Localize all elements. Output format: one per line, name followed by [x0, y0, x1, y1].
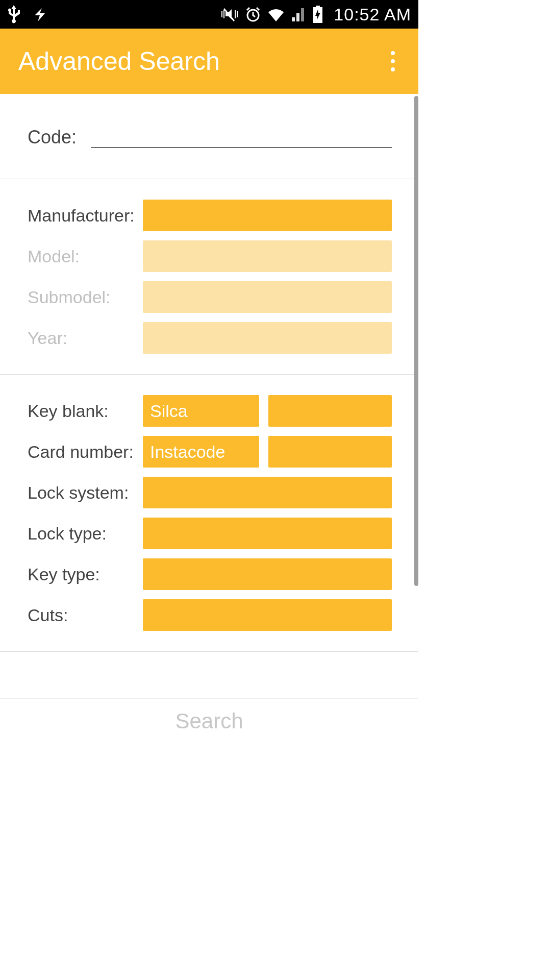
manufacturer-select[interactable] — [143, 200, 392, 231]
key-type-row: Key type: — [28, 558, 392, 590]
code-section: Code: — [0, 94, 418, 179]
model-select — [143, 240, 392, 272]
manufacturer-label: Manufacturer: — [28, 206, 143, 226]
vehicle-section: Manufacturer: Model: Submodel: Year: — [0, 179, 418, 375]
key-blank-row: Key blank: Silca — [28, 395, 392, 427]
card-number-row: Card number: Instacode — [28, 436, 392, 468]
usb-icon — [7, 5, 20, 23]
page-title: Advanced Search — [18, 46, 220, 76]
alarm-icon — [245, 6, 261, 22]
submodel-label: Submodel: — [28, 287, 143, 307]
lock-type-select[interactable] — [143, 518, 392, 549]
dots-vertical-icon — [391, 51, 395, 55]
code-input[interactable] — [91, 125, 392, 148]
card-number-value-select[interactable] — [268, 436, 392, 468]
bolt-icon — [32, 6, 48, 22]
card-number-label: Card number: — [28, 442, 143, 462]
status-bar: 10:52 AM — [0, 0, 418, 29]
scrollbar[interactable] — [414, 96, 418, 586]
year-select — [143, 322, 392, 354]
key-blank-brand-select[interactable]: Silca — [143, 395, 259, 427]
search-button[interactable]: Search — [0, 698, 418, 743]
key-blank-value-select[interactable] — [268, 395, 392, 427]
vibrate-mute-icon — [220, 6, 239, 22]
app-bar: Advanced Search — [0, 29, 418, 94]
manufacturer-row: Manufacturer: — [28, 200, 392, 231]
model-row: Model: — [28, 240, 392, 272]
cuts-label: Cuts: — [28, 605, 143, 625]
key-section: Key blank: Silca Card number: Instacode … — [0, 375, 418, 652]
lock-type-row: Lock type: — [28, 518, 392, 549]
key-blank-label: Key blank: — [28, 401, 143, 421]
year-row: Year: — [28, 322, 392, 354]
content-area: Code: Manufacturer: Model: Submodel: Yea… — [0, 94, 418, 743]
model-label: Model: — [28, 247, 143, 266]
overflow-menu-button[interactable] — [386, 48, 400, 75]
battery-charging-icon — [312, 6, 323, 23]
lock-system-row: Lock system: — [28, 477, 392, 508]
signal-icon — [291, 7, 306, 21]
lock-type-label: Lock type: — [28, 524, 143, 544]
code-label: Code: — [28, 127, 77, 148]
wifi-icon — [267, 7, 285, 21]
submodel-select — [143, 281, 392, 313]
cuts-row: Cuts: — [28, 599, 392, 631]
status-time: 10:52 AM — [334, 5, 411, 24]
cuts-select[interactable] — [143, 599, 392, 631]
submodel-row: Submodel: — [28, 281, 392, 313]
lock-system-select[interactable] — [143, 477, 392, 508]
key-type-label: Key type: — [28, 565, 143, 584]
lock-system-label: Lock system: — [28, 483, 143, 503]
card-number-source-select[interactable]: Instacode — [143, 436, 259, 468]
year-label: Year: — [28, 328, 143, 348]
key-type-select[interactable] — [143, 558, 392, 590]
